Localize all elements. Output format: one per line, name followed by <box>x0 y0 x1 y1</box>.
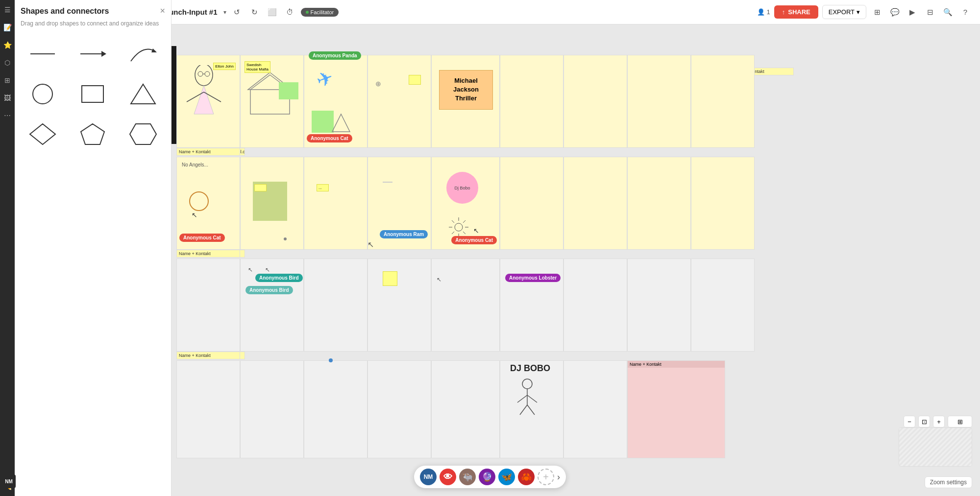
square-shape[interactable] <box>71 77 115 111</box>
svg-marker-2 <box>101 51 106 57</box>
more-icon[interactable]: ⋯ <box>1 110 13 121</box>
triangle-shape[interactable] <box>121 77 165 111</box>
avatar-nm[interactable]: NM <box>420 469 437 485</box>
svg-point-12 <box>205 71 210 76</box>
shapes-icon[interactable]: ⬡ <box>1 57 13 69</box>
shape-grid <box>21 37 165 151</box>
stick-person <box>513 378 542 417</box>
cell-r2c7 <box>564 157 627 250</box>
export-button[interactable]: EXPORT ▾ <box>822 5 866 19</box>
search-button[interactable]: 🔍 <box>941 5 955 19</box>
connector-dot <box>284 237 287 240</box>
sidebar-toggle[interactable]: ☰ <box>1 4 13 16</box>
svg-point-10 <box>195 65 213 86</box>
cell-r4c3 <box>304 360 368 458</box>
cursor-arrow-2: ↖ <box>473 227 479 235</box>
cell-r1c4: ⊕ <box>368 55 431 148</box>
toolbar: Lunch-Input #1 ▾ ↺ ↻ ⬜ ⏱ Facilitator 👤 1… <box>157 0 980 24</box>
zoom-out-button[interactable]: − <box>904 416 915 427</box>
cell-r4c5 <box>431 360 500 458</box>
undo-button[interactable]: ↺ <box>230 5 244 19</box>
avatar-crab[interactable]: 🦀 <box>518 469 535 485</box>
circle-shape[interactable] <box>21 77 65 111</box>
cursor-main: ↖ <box>368 240 374 249</box>
cell-r3c5: ↖ <box>431 259 500 352</box>
avatar-bar: NM 👁 🐃 🔮 🦋 🦀 + › <box>414 466 566 488</box>
image-icon[interactable]: 🖼 <box>1 92 13 104</box>
avatar-gem[interactable]: 🔮 <box>479 469 495 485</box>
present-button[interactable]: ▶ <box>906 5 919 19</box>
small-note-1 <box>409 75 421 85</box>
comments-button[interactable]: 💬 <box>888 5 902 19</box>
sticky-note-icon[interactable]: 📝 <box>1 22 13 33</box>
panel-description: Drag and drop shapes to connect and orga… <box>21 20 165 27</box>
anonymous-bird-badge-2: Anonymous Bird <box>245 286 293 294</box>
redo-button[interactable]: ↻ <box>248 5 262 19</box>
svg-line-28 <box>452 232 454 234</box>
minimap[interactable] <box>899 427 972 467</box>
r2-header-9: Name + Kontakt <box>176 148 240 156</box>
svg-point-29 <box>522 379 532 389</box>
zoom-settings-button[interactable]: Zoom settings <box>925 476 972 488</box>
svg-point-20 <box>455 223 463 231</box>
table-button[interactable]: ⊟ <box>923 5 937 19</box>
michael-jackson-sticky: Michael Jackson Thriller <box>439 70 493 110</box>
svg-marker-9 <box>130 124 156 144</box>
avatar-next-arrow[interactable]: › <box>557 472 560 482</box>
column-headers-row: Nadja Müller · nadja@co-co.org Sarah Mös… <box>176 46 980 55</box>
icon-bar: ☰ 📝 ⭐ ⬡ ⊞ 🖼 ⋯ ✏️ NM <box>0 0 15 496</box>
cell-r1c5: Michael Jackson Thriller <box>431 55 500 148</box>
hexagon-shape[interactable] <box>121 117 165 151</box>
avatar-bull[interactable]: 🐃 <box>459 469 476 485</box>
svg-rect-5 <box>82 86 103 102</box>
cursor-circle-1 <box>189 191 209 211</box>
grid-row-3: Anonymous Bird Anonymous Bird ↖ ↖ ↖ Anon… <box>176 259 755 352</box>
svg-point-4 <box>33 84 52 104</box>
canvas-inner: Nadja Müller · nadja@co-co.org Sarah Mös… <box>157 24 980 496</box>
add-avatar-button[interactable]: + <box>538 469 554 485</box>
small-note-2 <box>254 184 267 191</box>
svg-marker-3 <box>151 48 157 52</box>
cell-r2c1: No Angels... Anonymous Cat ↖ <box>176 157 240 250</box>
cell-r1c6 <box>500 55 564 148</box>
avatar-eye[interactable]: 👁 <box>440 469 456 485</box>
zoom-in-button[interactable]: + <box>933 416 945 427</box>
arrow-shape[interactable] <box>71 37 115 71</box>
star-icon[interactable]: ⭐ <box>1 39 13 51</box>
svg-marker-8 <box>81 124 104 144</box>
minimap-toggle-button[interactable]: ⊞ <box>948 416 972 427</box>
svg-marker-19 <box>332 114 350 132</box>
document-title[interactable]: Lunch-Input #1 <box>165 8 218 16</box>
facilitator-badge[interactable]: Facilitator <box>301 8 339 17</box>
frame-button[interactable]: ⬜ <box>266 5 279 19</box>
panel-title: Shapes and connectors <box>21 7 109 16</box>
diamond-shape[interactable] <box>21 117 65 151</box>
share-button[interactable]: ↑ SHARE <box>774 5 818 19</box>
title-caret[interactable]: ▾ <box>223 9 226 16</box>
view-toggle-button[interactable]: ⊞ <box>870 5 884 19</box>
airplane-icon: ✈ <box>313 66 337 93</box>
help-button[interactable]: ? <box>958 5 972 19</box>
facilitator-dot <box>306 11 309 14</box>
grid-row-4: DJ BOBO Name + Kontakt <box>176 360 725 458</box>
cursor-5: ↖ <box>437 276 441 283</box>
grid-icon[interactable]: ⊞ <box>1 74 13 86</box>
cell-r4c1 <box>176 360 240 458</box>
blue-dot <box>329 358 333 362</box>
line-shape[interactable] <box>21 37 65 71</box>
cell-r1c9 <box>691 55 755 148</box>
zoom-fit-button[interactable]: ⊡ <box>918 416 930 427</box>
svg-line-32 <box>527 395 537 402</box>
avatar-butterfly[interactable]: 🦋 <box>498 469 515 485</box>
curved-arrow-shape[interactable] <box>121 37 165 71</box>
close-button[interactable]: × <box>160 6 165 16</box>
timer-button[interactable]: ⏱ <box>283 5 297 19</box>
canvas[interactable]: Nadja Müller · nadja@co-co.org Sarah Mös… <box>157 24 980 496</box>
pentagon-shape[interactable] <box>71 117 115 151</box>
cell-r3c7 <box>564 259 627 352</box>
small-note-3: ... <box>317 184 329 191</box>
cell-r2c3: ... <box>304 157 368 250</box>
svg-line-34 <box>527 405 535 415</box>
cell-r4c2 <box>240 360 304 458</box>
cell-r3c3 <box>304 259 368 352</box>
